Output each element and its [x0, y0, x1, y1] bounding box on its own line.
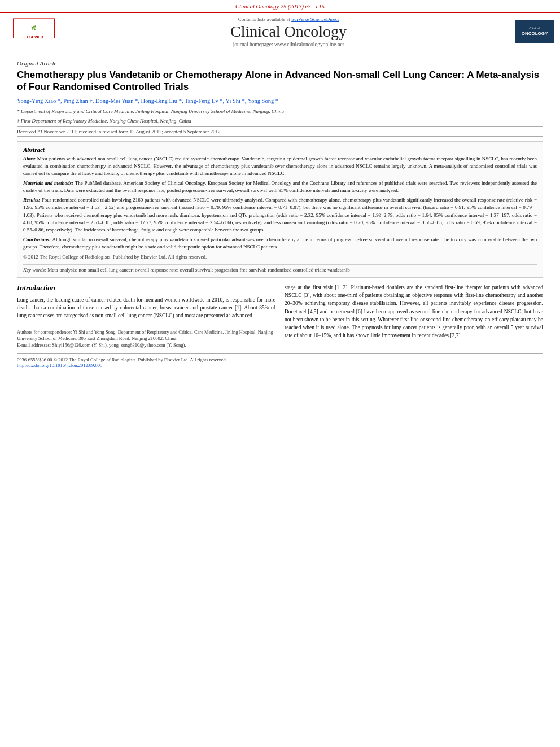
intro-left-p1: Lung cancer, the leading cause of cancer…: [17, 296, 275, 320]
abstract-conclusions: Conclusions: Although similar in overall…: [23, 236, 537, 251]
results-content: Four randomised controlled trials involv…: [23, 197, 537, 232]
citation-text: Clinical Oncology 25 (2013) e7—e15: [235, 3, 325, 10]
svg-text:🌿: 🌿: [31, 25, 37, 31]
results-label: Results:: [23, 197, 40, 203]
aims-label: Aims:: [23, 156, 36, 161]
keywords-text: Meta-analysis; non-small cell lung cance…: [47, 267, 350, 273]
footnote-correspondence: Authors for correspondence: Yi Shi and Y…: [17, 329, 275, 343]
affiliation2: † First Department of Respiratory Medici…: [17, 117, 543, 125]
journal-header: 🌿 ELSEVIER Contents lists available at S…: [0, 13, 560, 51]
conclusions-content: Although similar in overall survival, ch…: [23, 237, 537, 250]
journal-logo-right: ClinicalONCOLOGY: [515, 20, 554, 43]
introduction-left-text: Lung cancer, the leading cause of cancer…: [17, 296, 275, 320]
sciverse-text: Contents lists available at SciVerse Sci…: [68, 16, 509, 22]
introduction-title: Introduction: [17, 283, 275, 292]
journal-name: Clinical Oncology: [68, 23, 509, 41]
authors-line: Yong-Ying Xiao *, Ping Zhan †, Dong-Mei …: [17, 97, 543, 106]
authors-text: Yong-Ying Xiao *, Ping Zhan †, Dong-Mei …: [17, 98, 278, 104]
copyright-line: © 2012 The Royal College of Radiologists…: [23, 254, 537, 261]
svg-text:ELSEVIER: ELSEVIER: [24, 35, 43, 39]
elsevier-logo-svg: 🌿 ELSEVIER: [11, 18, 56, 46]
footnote-area: Authors for correspondence: Yi Shi and Y…: [17, 326, 275, 350]
introduction-left: Introduction Lung cancer, the leading ca…: [17, 283, 275, 349]
small-journal-logo: ClinicalONCOLOGY: [515, 20, 554, 43]
introduction-right-text: stage at the first visit [1, 2]. Platinu…: [285, 283, 543, 340]
intro-right-p1: stage at the first visit [1, 2]. Platinu…: [285, 283, 543, 340]
journal-homepage: journal homepage: www.clinicaloncologyon…: [68, 42, 509, 47]
abstract-box: Abstract Aims: Most patients with advanc…: [17, 141, 543, 278]
email-label: E-mail addresses:: [17, 342, 51, 348]
affiliation1: * Department of Respiratory and Critical…: [17, 108, 543, 115]
abstract-materials: Materials and methods: The PubMed databa…: [23, 180, 537, 194]
footnote-email: E-mail addresses: Shiyi156@126.com (Y. S…: [17, 342, 275, 349]
introduction-section: Introduction Lung cancer, the leading ca…: [17, 283, 543, 349]
abstract-aims: Aims: Most patients with advanced non-sm…: [23, 155, 537, 177]
abstract-title: Abstract: [23, 146, 537, 153]
article-title: Chemotherapy plus Vandetanib or Chemothe…: [17, 69, 543, 93]
introduction-right: stage at the first visit [1, 2]. Platinu…: [285, 283, 543, 349]
journal-top-bar: Clinical Oncology 25 (2013) e7—e15: [0, 0, 560, 13]
journal-header-center: Contents lists available at SciVerse Sci…: [68, 16, 509, 47]
keywords-label: Key words:: [23, 267, 46, 273]
main-content: Original Article Chemotherapy plus Vande…: [0, 51, 560, 374]
conclusions-label: Conclusions:: [23, 237, 51, 242]
abstract-text: Aims: Most patients with advanced non-sm…: [23, 155, 537, 261]
abstract-results: Results: Four randomised controlled tria…: [23, 196, 537, 233]
materials-content: The PubMed database, American Society of…: [23, 180, 537, 193]
email-addresses: Shiyi156@126.com (Y. Shi), yong_song6310…: [52, 342, 186, 348]
materials-label: Materials and methods:: [23, 180, 73, 186]
elsevier-logo-area: 🌿 ELSEVIER: [6, 18, 62, 46]
doi-line[interactable]: http://dx.doi.org/10.1016/j.clon.2012.09…: [17, 362, 543, 368]
issn-line: 0936-6555/$36.00 © 2012 The Royal Colleg…: [17, 357, 543, 362]
aims-content: Most patients with advanced non-small ce…: [23, 156, 537, 176]
bottom-bar: 0936-6555/$36.00 © 2012 The Royal Colleg…: [17, 353, 543, 368]
article-type: Original Article: [17, 56, 543, 67]
received-line: Received 23 November 2011; received in r…: [17, 126, 543, 137]
page: Clinical Oncology 25 (2013) e7—e15 🌿 ELS…: [0, 0, 560, 747]
keywords-line: Key words: Meta-analysis; non-small cell…: [23, 264, 537, 273]
